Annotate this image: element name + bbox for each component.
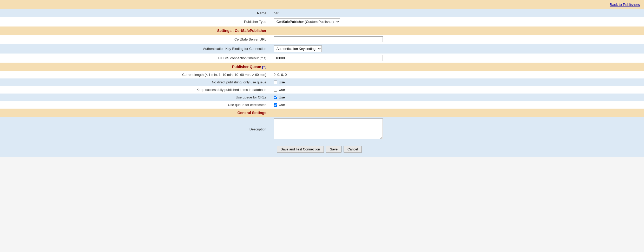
https-timeout-value-cell (271, 54, 644, 63)
settings-section-title: Settings : CertSafePublisher (217, 29, 266, 33)
queue-certs-checkbox-row: Use (274, 103, 641, 107)
save-and-test-button[interactable]: Save and Test Connection (277, 146, 324, 153)
queue-certs-value-cell: Use (271, 101, 644, 109)
description-row: Description (0, 117, 644, 142)
queue-length-row: Current length (< 1 min, 1–10 min, 10–60… (0, 71, 644, 78)
keep-published-checkbox-row: Use (274, 88, 641, 92)
description-label: Description (0, 117, 271, 142)
certsafe-url-row: CertSafe Server URL (0, 35, 644, 44)
https-timeout-row: HTTPS connection timeout (ms) (0, 54, 644, 63)
https-timeout-label: HTTPS connection timeout (ms) (0, 54, 271, 63)
auth-key-row: Authentication Key Binding for Connectio… (0, 44, 644, 54)
queue-length-label: Current length (< 1 min, 1–10 min, 10–60… (0, 71, 271, 78)
form-table: Name bar Publisher Type CertSafePublishe… (0, 9, 644, 157)
cancel-button[interactable]: Cancel (344, 146, 362, 153)
top-bar: Back to Publishers (0, 0, 644, 9)
settings-section-row: Settings : CertSafePublisher (0, 26, 644, 35)
action-buttons: Save and Test Connection Save Cancel (274, 143, 641, 155)
name-label: Name (0, 9, 271, 17)
no-direct-use-label: Use (279, 80, 285, 84)
queue-crls-row: Use queue for CRLs Use (0, 94, 644, 101)
no-direct-checkbox[interactable] (274, 81, 277, 84)
no-direct-row: No direct publishing, only use queue Use (0, 78, 644, 86)
description-textarea[interactable] (274, 118, 383, 139)
queue-certs-use-label: Use (279, 103, 285, 107)
queue-section-row: Publisher Queue [?] (0, 63, 644, 71)
name-value-cell: bar (271, 9, 644, 17)
publisher-type-label: Publisher Type (0, 17, 271, 26)
queue-certs-checkbox[interactable] (274, 103, 277, 107)
keep-published-row: Keep successfully published items in dat… (0, 86, 644, 94)
queue-section-cell: Publisher Queue [?] (0, 63, 271, 71)
auth-key-value-cell: Authentication Keybinding (271, 44, 644, 54)
queue-crls-checkbox[interactable] (274, 96, 277, 99)
auth-key-select[interactable]: Authentication Keybinding (274, 45, 322, 52)
no-direct-label: No direct publishing, only use queue (0, 78, 271, 86)
action-row: Save and Test Connection Save Cancel (0, 142, 644, 157)
publisher-type-row: Publisher Type CertSafePublisher (Custom… (0, 17, 644, 26)
publisher-type-value-cell: CertSafePublisher (Custom Publisher) (271, 17, 644, 26)
queue-certs-row: Use queue for certificates Use (0, 101, 644, 109)
auth-key-label: Authentication Key Binding for Connectio… (0, 44, 271, 54)
certsafe-url-value-cell (271, 35, 644, 44)
no-direct-checkbox-row: Use (274, 80, 641, 84)
name-value: bar (274, 11, 279, 15)
queue-certs-label: Use queue for certificates (0, 101, 271, 109)
settings-section-cell: Settings : CertSafePublisher (0, 26, 271, 35)
save-button[interactable]: Save (326, 146, 341, 153)
general-settings-title: General Settings (237, 111, 266, 115)
https-timeout-input[interactable] (274, 55, 383, 61)
keep-published-label: Keep successfully published items in dat… (0, 86, 271, 94)
back-to-publishers-link[interactable]: Back to Publishers (610, 3, 640, 7)
publisher-type-select[interactable]: CertSafePublisher (Custom Publisher) (274, 18, 340, 25)
no-direct-value-cell: Use (271, 78, 644, 86)
queue-crls-value-cell: Use (271, 94, 644, 101)
queue-crls-use-label: Use (279, 95, 285, 99)
queue-crls-checkbox-row: Use (274, 95, 641, 99)
keep-published-checkbox[interactable] (274, 88, 277, 92)
certsafe-url-label: CertSafe Server URL (0, 35, 271, 44)
description-value-cell (271, 117, 644, 142)
certsafe-url-input[interactable] (274, 36, 383, 42)
general-settings-section-row: General Settings (0, 109, 644, 117)
queue-help-link[interactable]: [?] (262, 65, 266, 69)
queue-length-value: 0, 0, 0, 0 (274, 73, 287, 77)
queue-section-title: Publisher Queue [?] (232, 65, 266, 69)
action-buttons-cell: Save and Test Connection Save Cancel (271, 142, 644, 157)
name-row: Name bar (0, 9, 644, 17)
queue-crls-label: Use queue for CRLs (0, 94, 271, 101)
queue-length-value-cell: 0, 0, 0, 0 (271, 71, 644, 78)
keep-published-use-label: Use (279, 88, 285, 92)
keep-published-value-cell: Use (271, 86, 644, 94)
general-settings-section-cell: General Settings (0, 109, 271, 117)
page-wrapper: Back to Publishers Name bar Publisher Ty… (0, 0, 644, 157)
